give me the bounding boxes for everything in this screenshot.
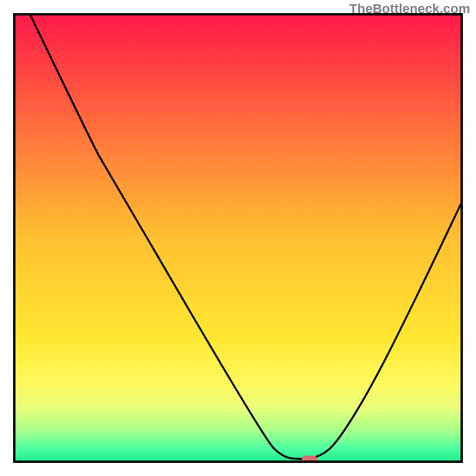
chart-svg [0, 0, 476, 476]
gradient-background [14, 14, 462, 462]
watermark-text: TheBottleneck.com [349, 1, 470, 17]
bottleneck-chart: TheBottleneck.com [0, 0, 476, 476]
